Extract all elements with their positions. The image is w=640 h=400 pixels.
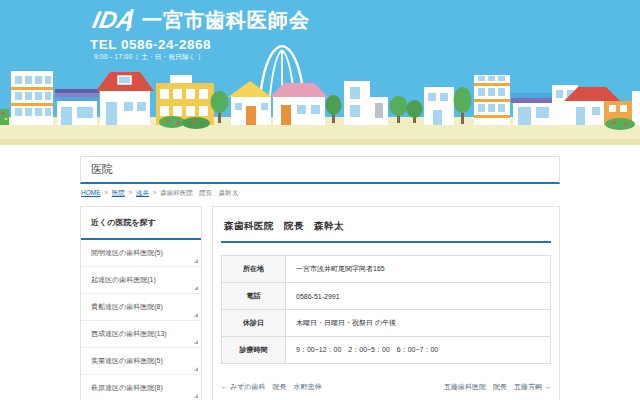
row-label: 所在地 — [222, 256, 286, 283]
house-yellow-roof — [228, 81, 272, 125]
next-clinic-link[interactable]: 五藤歯科医院 院長 五藤芳嗣 → — [444, 382, 551, 392]
row-value: 木曜日・日曜日・祝祭日 の午後 — [286, 310, 551, 337]
breadcrumb-link-asai[interactable]: 浅井 — [136, 189, 149, 196]
sidebar-title: 近くの医院を探す — [81, 207, 201, 240]
content-container: 医院 HOME » 医院 » 浅井 » 森歯科医院 院長 森幹太 近くの医院を探… — [80, 156, 560, 400]
shop-awning-left — [55, 89, 99, 125]
table-row: 所在地 一宮市浅井町尾関字同者165 — [222, 256, 551, 283]
two-column-layout: 近くの医院を探す 開明連区の歯科医院(5) 起連区の歯科医院(1) 貴船連区の歯… — [80, 206, 560, 400]
breadcrumb-separator: » — [104, 189, 108, 196]
table-row: 休診日 木曜日・日曜日・祝祭日 の午後 — [222, 310, 551, 337]
row-label: 電話 — [222, 283, 286, 310]
prev-clinic-link[interactable]: ← みずの歯科 院長 水野忠伸 — [221, 382, 321, 392]
clinic-title: 森歯科医院 院長 森幹太 — [221, 217, 551, 243]
office-hours: 9:00 - 17:00［ 土・日・祝日除く ］ — [94, 53, 310, 62]
building-yellow — [156, 75, 214, 129]
sidebar-nearby-clinics: 近くの医院を探す 開明連区の歯科医院(5) 起連区の歯科医院(1) 貴船連区の歯… — [80, 206, 202, 400]
row-value: 0586-51-2991 — [286, 283, 551, 310]
breadcrumb-link-iin[interactable]: 医院 — [112, 189, 125, 196]
breadcrumb-separator: » — [129, 189, 133, 196]
hedge — [0, 109, 9, 125]
page-title: 医院 — [80, 156, 560, 184]
breadcrumb: HOME » 医院 » 浅井 » 森歯科医院 院長 森幹太 — [81, 189, 559, 198]
org-name: 一宮市歯科医師会 — [142, 7, 310, 34]
tel-number: TEL 0586-24-2868 — [90, 37, 310, 52]
row-label: 診療時間 — [222, 337, 286, 364]
prev-next-navigation: ← みずの歯科 院長 水野忠伸 五藤歯科医院 院長 五藤芳嗣 → — [221, 382, 551, 392]
sidebar-item-kaimei[interactable]: 開明連区の歯科医院(5) — [81, 240, 201, 267]
breadcrumb-current: 森歯科医院 院長 森幹太 — [160, 189, 238, 196]
association-logo-icon[interactable]: IDA — [90, 6, 134, 34]
building-white-l — [344, 81, 388, 125]
sidebar-item-haguri[interactable]: 葉栗連区の歯科医院(5) — [81, 348, 201, 375]
sidebar-item-okoshi[interactable]: 起連区の歯科医院(1) — [81, 267, 201, 294]
house-pink-roof — [270, 83, 328, 125]
house-red-roof — [96, 72, 154, 125]
building-white-small — [424, 87, 454, 125]
building-striped-left — [11, 71, 53, 125]
header-text-block: IDA 一宮市歯科医師会 TEL 0586-24-2868 9:00 - 17:… — [90, 6, 310, 62]
row-value: 9：00~12：00 2：00~5：00 6：00~7：00 — [286, 337, 551, 364]
table-row: 電話 0586-51-2991 — [222, 283, 551, 310]
table-row: 診療時間 9：00~12：00 2：00~5：00 6：00~7：00 — [222, 337, 551, 364]
clinic-info-table: 所在地 一宮市浅井町尾関字同者165 電話 0586-51-2991 休診日 木… — [221, 255, 551, 364]
breadcrumb-separator: » — [153, 189, 157, 196]
row-label: 休診日 — [222, 310, 286, 337]
building-striped-right — [474, 75, 510, 125]
sidebar-item-hagiwara[interactable]: 萩原連区の歯科医院(8) — [81, 375, 201, 400]
site-header: IDA 一宮市歯科医師会 TEL 0586-24-2868 9:00 - 17:… — [0, 0, 640, 145]
clinic-detail-panel: 森歯科医院 院長 森幹太 所在地 一宮市浅井町尾関字同者165 電話 0586-… — [212, 206, 560, 400]
sidebar-item-kifune[interactable]: 貴船連区の歯科医院(8) — [81, 294, 201, 321]
breadcrumb-link-home[interactable]: HOME — [81, 189, 101, 196]
sidebar-item-nishinari[interactable]: 西成連区の歯科医院(13) — [81, 321, 201, 348]
shop-awning-right — [511, 93, 555, 125]
row-value: 一宮市浅井町尾関字同者165 — [286, 256, 551, 283]
